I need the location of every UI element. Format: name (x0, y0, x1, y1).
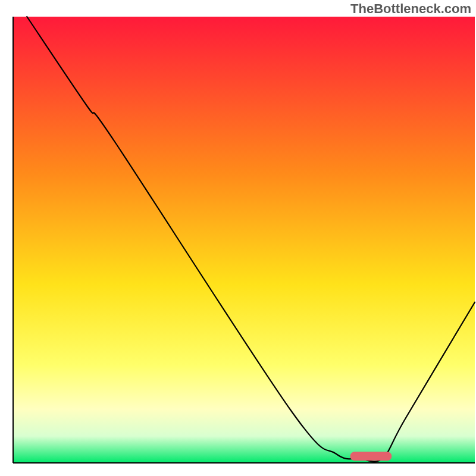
chart-svg (0, 0, 476, 476)
optimum-marker (350, 452, 392, 461)
watermark-text: TheBottleneck.com (350, 1, 471, 17)
chart-container: TheBottleneck.com (0, 0, 476, 476)
plot-background (13, 17, 475, 463)
